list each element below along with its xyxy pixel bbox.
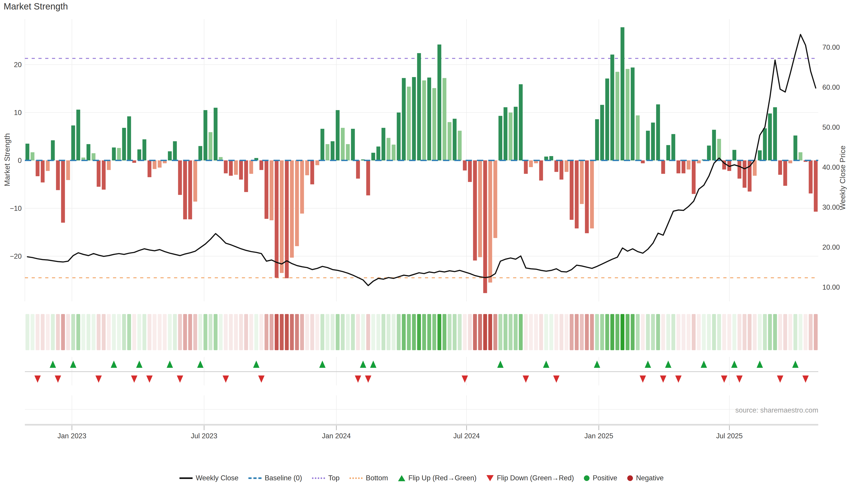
- heatmap-cell[interactable]: [356, 314, 360, 350]
- flip-down-marker[interactable]: [131, 376, 137, 383]
- heatmap-cell[interactable]: [351, 314, 355, 350]
- flip-down-marker[interactable]: [365, 376, 371, 383]
- heatmap-cell[interactable]: [498, 314, 502, 350]
- flip-up-marker[interactable]: [594, 361, 600, 368]
- heatmap-cell[interactable]: [590, 314, 594, 350]
- strength-bar[interactable]: [249, 160, 253, 174]
- heatmap-cell[interactable]: [107, 314, 111, 350]
- heatmap-cell[interactable]: [773, 314, 777, 350]
- heatmap-cell[interactable]: [81, 314, 85, 350]
- strength-bar[interactable]: [788, 160, 792, 163]
- strength-bar[interactable]: [651, 123, 655, 160]
- strength-bar[interactable]: [687, 160, 690, 169]
- heatmap-cell[interactable]: [738, 314, 741, 350]
- heatmap-cell[interactable]: [544, 314, 548, 350]
- strength-bar[interactable]: [437, 44, 441, 160]
- strength-bar[interactable]: [758, 150, 762, 160]
- heatmap-cell[interactable]: [519, 314, 523, 350]
- heatmap-cell[interactable]: [758, 314, 762, 350]
- strength-bar[interactable]: [31, 152, 34, 160]
- heatmap-cell[interactable]: [783, 314, 787, 350]
- strength-bar[interactable]: [799, 152, 802, 160]
- heatmap-cell[interactable]: [127, 314, 131, 350]
- strength-bar[interactable]: [524, 160, 528, 174]
- heatmap-cell[interactable]: [412, 314, 416, 350]
- flip-down-marker[interactable]: [146, 376, 153, 383]
- strength-bar[interactable]: [137, 149, 141, 160]
- strength-bar[interactable]: [158, 160, 162, 168]
- flip-up-marker[interactable]: [50, 361, 56, 368]
- heatmap-cell[interactable]: [26, 314, 29, 350]
- strength-bar[interactable]: [600, 105, 604, 160]
- heatmap-cell[interactable]: [804, 314, 807, 350]
- heatmap-cell[interactable]: [407, 314, 411, 350]
- strength-bar[interactable]: [595, 119, 599, 160]
- heatmap-cell[interactable]: [651, 314, 655, 350]
- heatmap-cell[interactable]: [794, 314, 797, 350]
- strength-bar[interactable]: [92, 153, 95, 160]
- legend-item-bottom[interactable]: Bottom: [349, 474, 388, 482]
- heatmap-cell[interactable]: [569, 314, 574, 350]
- heatmap-cell[interactable]: [453, 314, 457, 350]
- strength-bar[interactable]: [432, 88, 436, 160]
- strength-bar[interactable]: [46, 160, 50, 171]
- strength-bar[interactable]: [366, 160, 370, 195]
- flip-up-marker[interactable]: [370, 361, 376, 368]
- flip-up-marker[interactable]: [197, 361, 204, 368]
- strength-bar[interactable]: [666, 145, 670, 160]
- flip-up-marker[interactable]: [645, 361, 651, 368]
- heatmap-cell[interactable]: [219, 314, 223, 350]
- strength-bar[interactable]: [290, 160, 294, 258]
- strength-bar[interactable]: [76, 109, 80, 160]
- heatmap-cell[interactable]: [646, 314, 650, 350]
- heatmap-cell[interactable]: [442, 314, 446, 350]
- heatmap-cell[interactable]: [386, 314, 391, 350]
- strength-bar[interactable]: [529, 160, 533, 167]
- strength-bar[interactable]: [427, 77, 431, 160]
- heatmap-cell[interactable]: [656, 314, 660, 350]
- heatmap-cell[interactable]: [254, 314, 258, 350]
- heatmap-cell[interactable]: [61, 314, 65, 350]
- strength-bar[interactable]: [295, 160, 299, 246]
- strength-bar[interactable]: [498, 116, 502, 160]
- heatmap-cell[interactable]: [529, 314, 533, 350]
- strength-bar[interactable]: [310, 160, 314, 184]
- strength-bar[interactable]: [270, 160, 274, 220]
- strength-bar[interactable]: [351, 129, 355, 160]
- strength-bar[interactable]: [809, 160, 813, 193]
- heatmap-cell[interactable]: [188, 314, 192, 350]
- strength-bar[interactable]: [743, 160, 746, 188]
- strength-bar[interactable]: [36, 160, 39, 176]
- heatmap-cell[interactable]: [305, 314, 309, 350]
- flip-up-marker[interactable]: [253, 361, 259, 368]
- strength-bar[interactable]: [575, 160, 579, 228]
- legend-item-positive[interactable]: Positive: [584, 474, 617, 482]
- flip-up-marker[interactable]: [665, 361, 671, 368]
- strength-bar[interactable]: [682, 160, 685, 173]
- strength-bar[interactable]: [605, 78, 609, 160]
- heatmap-cell[interactable]: [727, 314, 731, 350]
- strength-bar[interactable]: [193, 160, 197, 201]
- strength-bar[interactable]: [763, 128, 767, 160]
- heatmap-cell[interactable]: [153, 314, 156, 350]
- strength-bar[interactable]: [143, 139, 146, 160]
- heatmap-cell[interactable]: [346, 314, 350, 350]
- heatmap-cell[interactable]: [148, 314, 151, 350]
- strength-bar[interactable]: [590, 160, 594, 228]
- heatmap-cell[interactable]: [143, 314, 146, 350]
- flip-down-marker[interactable]: [660, 376, 666, 383]
- flip-down-marker[interactable]: [640, 376, 646, 383]
- flip-up-marker[interactable]: [70, 361, 76, 368]
- heatmap-cell[interactable]: [341, 314, 345, 350]
- strength-bar[interactable]: [508, 112, 513, 160]
- strength-bar[interactable]: [127, 116, 131, 160]
- legend-item-top[interactable]: Top: [312, 474, 340, 482]
- strength-bar[interactable]: [488, 160, 492, 283]
- heatmap-cell[interactable]: [46, 314, 50, 350]
- flip-down-marker[interactable]: [736, 376, 743, 383]
- strength-bar[interactable]: [768, 113, 772, 160]
- strength-bar[interactable]: [468, 160, 472, 182]
- heatmap-cell[interactable]: [402, 314, 406, 350]
- heatmap-cell[interactable]: [376, 314, 380, 350]
- strength-bar[interactable]: [458, 131, 462, 160]
